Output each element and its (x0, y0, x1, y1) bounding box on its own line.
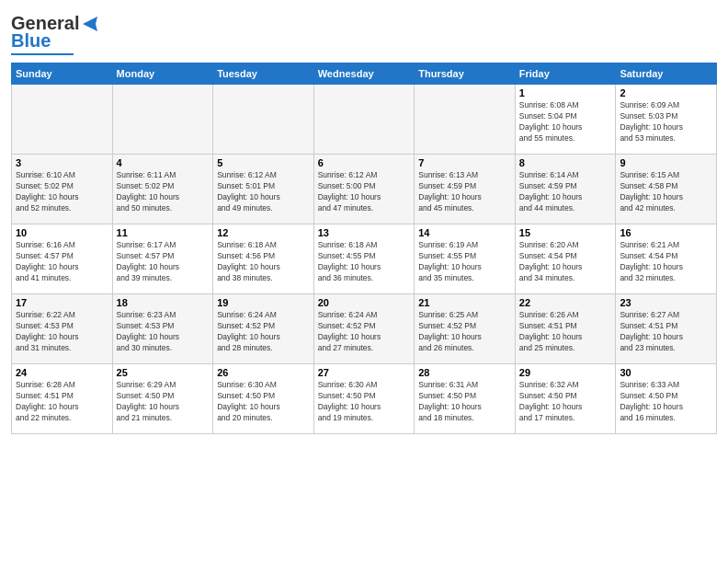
day-info: Sunrise: 6:12 AMSunset: 5:01 PMDaylight:… (217, 170, 310, 214)
day-info: Sunrise: 6:18 AMSunset: 4:56 PMDaylight:… (217, 240, 310, 284)
day-cell: 27Sunrise: 6:30 AMSunset: 4:50 PMDayligh… (313, 364, 415, 434)
day-number: 13 (318, 227, 411, 238)
day-cell: 5Sunrise: 6:12 AMSunset: 5:01 PMDaylight… (213, 155, 314, 224)
day-number: 28 (418, 367, 511, 378)
day-cell: 29Sunrise: 6:32 AMSunset: 4:50 PMDayligh… (515, 364, 616, 434)
day-cell: 18Sunrise: 6:23 AMSunset: 4:53 PMDayligh… (112, 294, 213, 364)
header-friday: Friday (515, 63, 616, 85)
day-cell: 13Sunrise: 6:18 AMSunset: 4:55 PMDayligh… (313, 224, 415, 294)
calendar-header-row: SundayMondayTuesdayWednesdayThursdayFrid… (12, 63, 717, 85)
day-number: 29 (519, 367, 612, 378)
day-number: 18 (117, 297, 210, 308)
day-cell: 12Sunrise: 6:18 AMSunset: 4:56 PMDayligh… (213, 224, 314, 294)
day-info: Sunrise: 6:21 AMSunset: 4:54 PMDaylight:… (620, 240, 712, 284)
day-cell (213, 85, 314, 155)
day-cell (112, 85, 213, 155)
day-cell: 7Sunrise: 6:13 AMSunset: 4:59 PMDaylight… (415, 155, 516, 224)
header-saturday: Saturday (616, 63, 717, 85)
day-cell: 6Sunrise: 6:12 AMSunset: 5:00 PMDaylight… (313, 155, 415, 224)
day-info: Sunrise: 6:11 AMSunset: 5:02 PMDaylight:… (117, 170, 210, 214)
day-info: Sunrise: 6:13 AMSunset: 4:59 PMDaylight:… (418, 170, 511, 214)
day-info: Sunrise: 6:09 AMSunset: 5:03 PMDaylight:… (620, 100, 712, 144)
day-number: 12 (217, 227, 310, 238)
week-row-3: 17Sunrise: 6:22 AMSunset: 4:53 PMDayligh… (12, 294, 717, 364)
week-row-1: 3Sunrise: 6:10 AMSunset: 5:02 PMDaylight… (12, 155, 717, 224)
day-number: 25 (117, 367, 210, 378)
day-info: Sunrise: 6:28 AMSunset: 4:51 PMDaylight:… (16, 380, 108, 424)
day-cell: 10Sunrise: 6:16 AMSunset: 4:57 PMDayligh… (12, 224, 113, 294)
week-row-0: 1Sunrise: 6:08 AMSunset: 5:04 PMDaylight… (12, 85, 717, 155)
day-cell: 24Sunrise: 6:28 AMSunset: 4:51 PMDayligh… (12, 364, 113, 434)
day-number: 7 (418, 157, 511, 168)
day-number: 15 (519, 227, 612, 238)
day-info: Sunrise: 6:25 AMSunset: 4:52 PMDaylight:… (418, 310, 511, 354)
day-cell: 9Sunrise: 6:15 AMSunset: 4:58 PMDaylight… (616, 155, 717, 224)
day-number: 17 (16, 297, 108, 308)
day-number: 20 (318, 297, 411, 308)
day-number: 2 (620, 87, 712, 98)
day-info: Sunrise: 6:29 AMSunset: 4:50 PMDaylight:… (117, 380, 210, 424)
day-number: 8 (519, 157, 612, 168)
day-cell: 4Sunrise: 6:11 AMSunset: 5:02 PMDaylight… (112, 155, 213, 224)
header-monday: Monday (112, 63, 213, 85)
day-number: 6 (318, 157, 411, 168)
calendar-table: SundayMondayTuesdayWednesdayThursdayFrid… (11, 63, 717, 434)
week-row-2: 10Sunrise: 6:16 AMSunset: 4:57 PMDayligh… (12, 224, 717, 294)
header-tuesday: Tuesday (213, 63, 314, 85)
day-cell: 14Sunrise: 6:19 AMSunset: 4:55 PMDayligh… (415, 224, 516, 294)
day-info: Sunrise: 6:22 AMSunset: 4:53 PMDaylight:… (16, 310, 108, 354)
day-cell: 19Sunrise: 6:24 AMSunset: 4:52 PMDayligh… (213, 294, 314, 364)
day-cell: 21Sunrise: 6:25 AMSunset: 4:52 PMDayligh… (415, 294, 516, 364)
day-number: 21 (418, 297, 511, 308)
day-cell (415, 85, 516, 155)
day-info: Sunrise: 6:30 AMSunset: 4:50 PMDaylight:… (318, 380, 411, 424)
day-number: 3 (16, 157, 108, 168)
header-thursday: Thursday (415, 63, 516, 85)
day-number: 26 (217, 367, 310, 378)
day-cell (12, 85, 113, 155)
page-container: General Blue SundayMondayTuesdayWednesda… (0, 0, 728, 442)
day-info: Sunrise: 6:27 AMSunset: 4:51 PMDaylight:… (620, 310, 712, 354)
logo-icon (79, 15, 101, 33)
day-info: Sunrise: 6:23 AMSunset: 4:53 PMDaylight:… (117, 310, 210, 354)
day-cell: 17Sunrise: 6:22 AMSunset: 4:53 PMDayligh… (12, 294, 113, 364)
day-number: 16 (620, 227, 712, 238)
day-cell: 28Sunrise: 6:31 AMSunset: 4:50 PMDayligh… (415, 364, 516, 434)
day-cell: 25Sunrise: 6:29 AMSunset: 4:50 PMDayligh… (112, 364, 213, 434)
day-cell: 8Sunrise: 6:14 AMSunset: 4:59 PMDaylight… (515, 155, 616, 224)
day-cell: 16Sunrise: 6:21 AMSunset: 4:54 PMDayligh… (616, 224, 717, 294)
day-info: Sunrise: 6:16 AMSunset: 4:57 PMDaylight:… (16, 240, 108, 284)
day-number: 10 (16, 227, 108, 238)
day-info: Sunrise: 6:24 AMSunset: 4:52 PMDaylight:… (217, 310, 310, 354)
day-cell: 22Sunrise: 6:26 AMSunset: 4:51 PMDayligh… (515, 294, 616, 364)
day-cell: 15Sunrise: 6:20 AMSunset: 4:54 PMDayligh… (515, 224, 616, 294)
day-info: Sunrise: 6:30 AMSunset: 4:50 PMDaylight:… (217, 380, 310, 424)
day-cell: 30Sunrise: 6:33 AMSunset: 4:50 PMDayligh… (616, 364, 717, 434)
day-info: Sunrise: 6:17 AMSunset: 4:57 PMDaylight:… (117, 240, 210, 284)
day-number: 1 (519, 87, 612, 98)
day-number: 23 (620, 297, 712, 308)
day-cell (313, 85, 415, 155)
logo: General Blue (11, 13, 101, 55)
day-info: Sunrise: 6:20 AMSunset: 4:54 PMDaylight:… (519, 240, 612, 284)
header-wednesday: Wednesday (313, 63, 415, 85)
day-cell: 11Sunrise: 6:17 AMSunset: 4:57 PMDayligh… (112, 224, 213, 294)
day-info: Sunrise: 6:08 AMSunset: 5:04 PMDaylight:… (519, 100, 612, 144)
day-number: 24 (16, 367, 108, 378)
logo-underline (11, 53, 74, 55)
day-number: 19 (217, 297, 310, 308)
day-number: 27 (318, 367, 411, 378)
day-info: Sunrise: 6:26 AMSunset: 4:51 PMDaylight:… (519, 310, 612, 354)
day-info: Sunrise: 6:24 AMSunset: 4:52 PMDaylight:… (318, 310, 411, 354)
logo-blue: Blue (11, 30, 51, 52)
day-cell: 3Sunrise: 6:10 AMSunset: 5:02 PMDaylight… (12, 155, 113, 224)
day-number: 9 (620, 157, 712, 168)
day-number: 4 (117, 157, 210, 168)
day-info: Sunrise: 6:31 AMSunset: 4:50 PMDaylight:… (418, 380, 511, 424)
week-row-4: 24Sunrise: 6:28 AMSunset: 4:51 PMDayligh… (12, 364, 717, 434)
day-cell: 20Sunrise: 6:24 AMSunset: 4:52 PMDayligh… (313, 294, 415, 364)
day-cell: 1Sunrise: 6:08 AMSunset: 5:04 PMDaylight… (515, 85, 616, 155)
svg-marker-0 (83, 17, 97, 31)
day-number: 30 (620, 367, 712, 378)
header: General Blue (11, 9, 717, 55)
